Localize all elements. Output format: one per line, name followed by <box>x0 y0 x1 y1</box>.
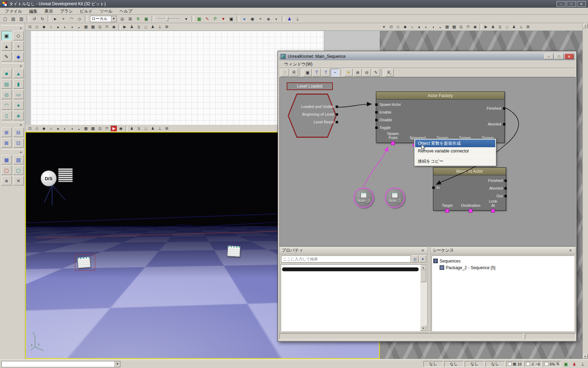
zoom-out-icon[interactable]: ⊖ <box>363 69 371 76</box>
kismet-titlebar[interactable]: UnrealKismet: Main_Sequence – □ ✕ <box>279 53 575 60</box>
realtime-icon[interactable]: ▶ <box>111 125 117 132</box>
squint-mode-icon[interactable]: S <box>135 125 142 132</box>
kismet-graph-canvas[interactable]: Level Loaded Loaded and VisibleBeginning… <box>279 77 576 246</box>
open-map-icon[interactable]: ▤ <box>9 15 17 22</box>
static-mesh-mode-icon[interactable]: ◆ <box>13 52 24 61</box>
curved-stairs-builder-icon[interactable]: ◠ <box>1 100 12 110</box>
volumetric-builder-icon[interactable]: ◈ <box>13 111 24 120</box>
camera-speed-icon[interactable]: ◉ <box>248 15 256 22</box>
shader-complexity-view-icon[interactable]: ▩ <box>90 125 96 132</box>
select-mode-icon[interactable]: ► <box>51 15 59 22</box>
coordinate-system-combo[interactable]: ローカル ▼ <box>90 16 117 22</box>
texture-density-view-icon[interactable]: ▦ <box>83 125 89 132</box>
menu-file[interactable]: ファイル <box>1 8 26 14</box>
socket-icon[interactable]: ◐ <box>273 15 280 22</box>
properties-search-input[interactable] <box>281 255 411 263</box>
kismet-icon[interactable]: K <box>134 15 142 22</box>
publish-icon[interactable]: P <box>211 15 219 22</box>
translate-icon[interactable]: + <box>59 15 67 22</box>
wireframe-view-icon[interactable]: ◇ <box>34 24 40 30</box>
go-to-builder-icon[interactable]: ■ <box>1 176 12 185</box>
autosave-checkbox[interactable] <box>545 362 548 366</box>
kismet-maximize-button[interactable]: □ <box>554 54 564 59</box>
drag-grid-checkbox[interactable] <box>508 362 512 366</box>
group-collapse-arrow[interactable]: ▲ <box>1 149 24 154</box>
csg-subtract-icon[interactable]: ⊟ <box>13 128 24 137</box>
sequences-tree[interactable]: Sequences Package_2 - Sequence [5] <box>432 255 574 331</box>
unlit-view-icon[interactable]: ○ <box>48 24 54 30</box>
delete-tool-icon[interactable]: ✕ <box>13 176 24 185</box>
group-collapse-arrow[interactable]: ▲ <box>1 63 24 68</box>
show-flags-eye-icon[interactable]: ◉ <box>118 125 124 132</box>
viewport-lock-icon[interactable]: ⊓ <box>465 24 471 30</box>
properties-content[interactable]: ▲ ▼ <box>281 264 427 331</box>
content-browser-icon[interactable]: ▣ <box>142 15 150 22</box>
wireframe-view-icon[interactable]: ◇ <box>395 24 401 30</box>
lighting-only-view-icon[interactable]: ◑ <box>430 24 436 30</box>
parent-sequence-icon[interactable]: ↑ <box>281 69 289 76</box>
detail-lighting-view-icon[interactable]: ◐ <box>62 125 68 132</box>
kismet-k-icon[interactable]: K, <box>385 69 394 76</box>
geometry-mode-icon[interactable]: ◇ <box>13 31 24 40</box>
scroll-thumb[interactable] <box>420 270 426 282</box>
search-icon[interactable]: ◎ <box>118 15 126 22</box>
context-menu-item-copy-connections[interactable]: 接続をコピー <box>415 157 495 165</box>
card-builder-icon[interactable]: ▯ <box>1 111 12 120</box>
game-view-icon[interactable]: G <box>97 125 103 132</box>
viewport-lock-icon[interactable]: ⊓ <box>104 24 110 30</box>
gamepad-icon[interactable]: ◆ <box>265 15 272 22</box>
scroll-up-icon[interactable]: ▲ <box>420 265 426 270</box>
maximize-viewport-icon[interactable]: ⊡ <box>27 24 33 30</box>
context-menu-item-remove-variable-connector[interactable]: Remove variable connector <box>415 147 495 155</box>
add-volume-icon[interactable]: ▧ <box>13 155 24 164</box>
texture-density-view-icon[interactable]: ▦ <box>444 24 450 30</box>
group-collapse-arrow[interactable]: ▲ <box>1 25 24 30</box>
save-map-icon[interactable]: ▥ <box>18 15 25 22</box>
scroll-down-icon[interactable]: ▼ <box>420 325 426 331</box>
light-actor[interactable]: D/S <box>38 166 87 212</box>
show-flags-eye-icon[interactable]: ◉ <box>111 24 117 30</box>
light-complexity-view-icon[interactable]: ◒ <box>437 24 443 30</box>
stream-level-icon[interactable]: ▣ <box>562 361 570 368</box>
play-in-editor-icon[interactable]: ♟ <box>286 15 293 22</box>
light-bulb-icon[interactable]: D/S <box>41 170 57 186</box>
slider-handle[interactable] <box>166 17 168 21</box>
unlit-movement-icon[interactable]: □ <box>504 24 510 30</box>
status-combo[interactable]: ▼ <box>1 361 120 367</box>
brush-wireframe-icon[interactable]: ✎ <box>203 15 211 22</box>
menu-help[interactable]: ヘルプ <box>116 8 136 14</box>
close-button[interactable]: ✕ <box>577 1 586 7</box>
minimize-button[interactable]: – <box>556 1 566 7</box>
realtime-icon[interactable]: ▶ <box>121 24 128 30</box>
zoom-to-fit-icon[interactable]: T <box>313 69 321 76</box>
listen-server-icon[interactable]: ♟ <box>149 125 156 132</box>
spin-arrows-icon[interactable]: ⇅ <box>556 362 559 366</box>
dock-button-bottom[interactable]: ▸ <box>583 354 588 359</box>
rotation-grid-checkbox[interactable] <box>526 362 530 366</box>
unlit-movement-icon[interactable]: □ <box>142 125 149 132</box>
dock-button-top[interactable]: ◂ <box>583 23 588 28</box>
light-complexity-view-icon[interactable]: ◒ <box>76 24 82 30</box>
search-icon[interactable]: ◎ <box>412 255 419 263</box>
close-icon[interactable]: ✕ <box>420 248 426 253</box>
shader-complexity-view-icon[interactable]: ▩ <box>90 24 96 30</box>
csg-deintersect-icon[interactable]: ⊡ <box>13 138 24 148</box>
lighting-only-view-icon[interactable]: ◑ <box>69 125 75 132</box>
player-start-icon[interactable]: ♟ <box>570 361 578 368</box>
cylinder-builder-icon[interactable]: ▮ <box>13 79 24 89</box>
category-bar[interactable] <box>282 267 419 271</box>
sheet-builder-icon[interactable]: ▭ <box>13 90 24 99</box>
properties-scrollbar[interactable]: ▲ ▼ <box>420 265 426 331</box>
chevron-down-icon[interactable]: ▼ <box>114 361 120 367</box>
kismet-menu-window[interactable]: ウィンドウ(W) <box>281 61 316 67</box>
drag-grid-cell[interactable]: ▦ 16 <box>506 361 524 367</box>
split-viewport-icon[interactable]: ⊞ <box>525 24 531 30</box>
special-brush-icon[interactable]: ▦ <box>1 155 12 164</box>
brush-wire-view-icon[interactable]: ◆ <box>41 125 47 132</box>
split-viewport-icon[interactable]: ⊞ <box>163 125 170 132</box>
light-complexity-view-icon[interactable]: ◒ <box>76 125 82 132</box>
wireframe-view-icon[interactable]: ◇ <box>34 125 40 132</box>
kismet-minimize-button[interactable]: – <box>544 54 553 59</box>
media-capture-icon[interactable]: ▣ <box>227 15 235 22</box>
detail-lighting-view-icon[interactable]: ◐ <box>423 24 429 30</box>
